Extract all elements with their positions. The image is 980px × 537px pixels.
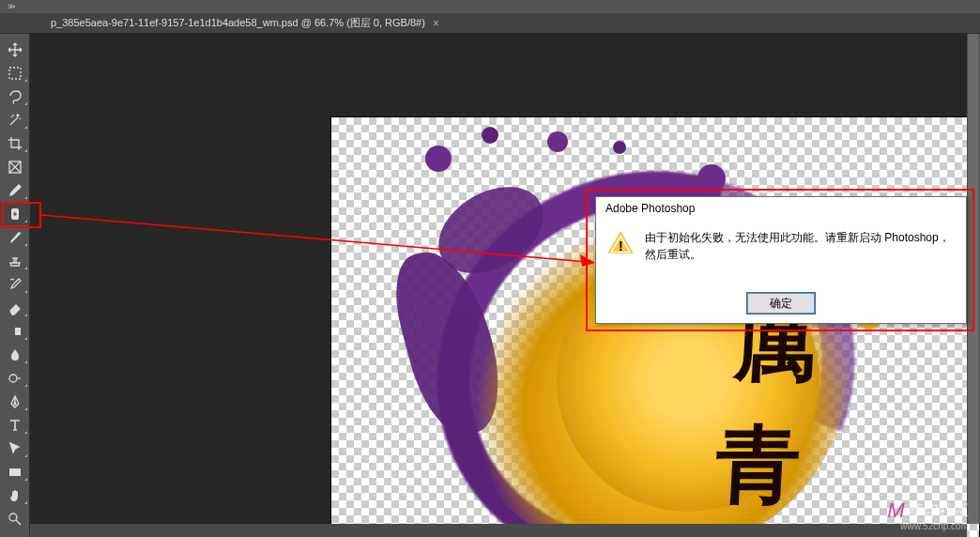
clone-stamp-tool[interactable] [0,249,30,272]
expand-panels-icon[interactable]: >> [8,2,14,11]
document-tab[interactable]: p_385e5aea-9e71-11ef-9157-1e1d1b4ade58_w… [41,13,449,33]
document-tab-bar: p_385e5aea-9e71-11ef-9157-1e1d1b4ade58_w… [0,13,980,34]
move-tool[interactable] [0,38,30,61]
magic-wand-tool[interactable] [0,108,30,131]
svg-point-5 [9,375,17,382]
healing-brush-tool[interactable] [0,202,30,225]
gradient-tool[interactable] [0,319,30,343]
svg-rect-0 [9,68,21,79]
calligraphy-char-2: 青 [713,408,804,523]
watermark-logo-icon: M [887,499,904,523]
pen-tool[interactable] [0,390,30,413]
close-tab-icon[interactable]: × [433,17,439,30]
zoom-tool[interactable] [0,507,30,530]
watermark-url: www.52cnp.com [887,521,969,531]
marquee-tool[interactable] [0,61,30,84]
blur-tool[interactable] [0,343,30,366]
watermark: M 華印社區 www.52cnp.com [887,499,969,531]
tool-palette [0,34,30,537]
svg-rect-4 [9,328,15,335]
svg-point-6 [14,403,16,405]
eyedropper-tool[interactable] [0,178,30,202]
dialog-title: Adobe Photoshop [596,197,966,222]
type-tool[interactable] [0,413,30,437]
crop-tool[interactable] [0,131,30,155]
svg-rect-7 [9,468,21,476]
lasso-tool[interactable] [0,84,30,108]
frame-tool[interactable] [0,155,30,178]
app-header: >> [0,0,980,13]
warning-icon: ! [607,231,634,257]
brush-tool[interactable] [0,225,30,249]
path-select-tool[interactable] [0,437,30,460]
error-dialog: Adobe Photoshop ! 由于初始化失败，无法使用此功能。请重新启动 … [595,196,967,324]
dodge-tool[interactable] [0,366,30,390]
horizontal-scrollbar[interactable] [30,524,967,537]
eraser-tool[interactable] [0,296,30,319]
hand-tool[interactable] [0,483,30,507]
watermark-brand: 華印社區 [909,501,969,521]
dialog-ok-button[interactable]: 确定 [747,293,815,314]
dialog-message: 由于初始化失败，无法使用此功能。请重新启动 Photoshop，然后重试。 [645,229,955,284]
document-tab-title: p_385e5aea-9e71-11ef-9157-1e1d1b4ade58_w… [51,16,425,30]
svg-point-8 [9,514,17,521]
rectangle-tool[interactable] [0,460,30,483]
history-brush-tool[interactable] [0,272,30,296]
